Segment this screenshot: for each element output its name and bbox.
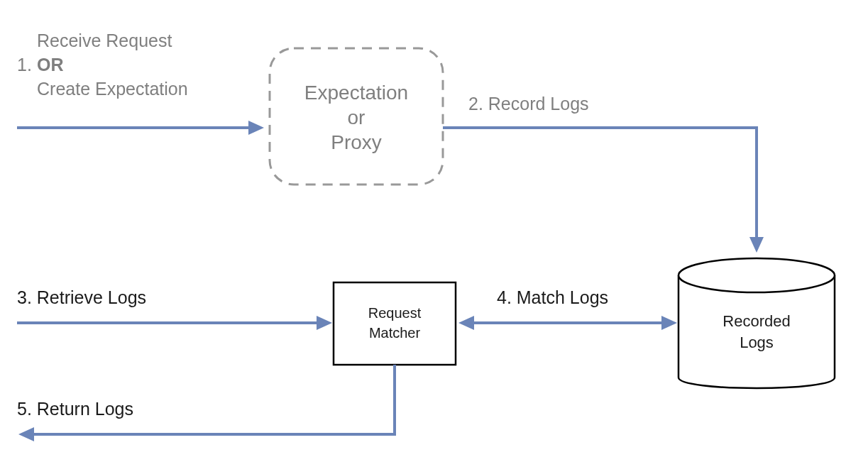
step2-label: 2. Record Logs <box>468 94 589 114</box>
step1-or: OR <box>37 55 64 75</box>
svg-point-3 <box>679 258 835 292</box>
svg-marker-7 <box>458 316 474 330</box>
recorded-logs-cylinder: Recorded Logs <box>679 258 835 388</box>
recorded-logs-line2: Logs <box>740 334 774 351</box>
request-matcher-box <box>334 282 456 365</box>
svg-marker-2 <box>749 237 764 253</box>
arrow-step2 <box>443 128 764 253</box>
svg-marker-5 <box>317 316 332 330</box>
arrow-step3 <box>17 316 332 330</box>
request-matcher-line2: Matcher <box>369 325 421 341</box>
diagram-canvas: 1. Receive Request OR Create Expectation… <box>0 0 868 457</box>
step5-label: 5. Return Logs <box>17 399 133 419</box>
arrow-step4 <box>458 316 677 330</box>
expectation-box-line3: Proxy <box>331 131 382 153</box>
expectation-box-line1: Expectation <box>304 82 408 104</box>
svg-marker-9 <box>18 427 34 441</box>
svg-marker-1 <box>248 121 264 135</box>
recorded-logs-line1: Recorded <box>723 312 790 330</box>
step1-line1: Receive Request <box>37 31 172 50</box>
step1-number: 1. <box>17 55 32 75</box>
step1-line2: Create Expectation <box>37 79 188 99</box>
expectation-box-line2: or <box>348 106 366 128</box>
request-matcher-line1: Request <box>368 305 422 321</box>
arrow-step1 <box>17 121 264 135</box>
svg-marker-8 <box>661 316 677 330</box>
step4-label: 4. Match Logs <box>497 287 608 307</box>
step3-label: 3. Retrieve Logs <box>17 287 146 307</box>
